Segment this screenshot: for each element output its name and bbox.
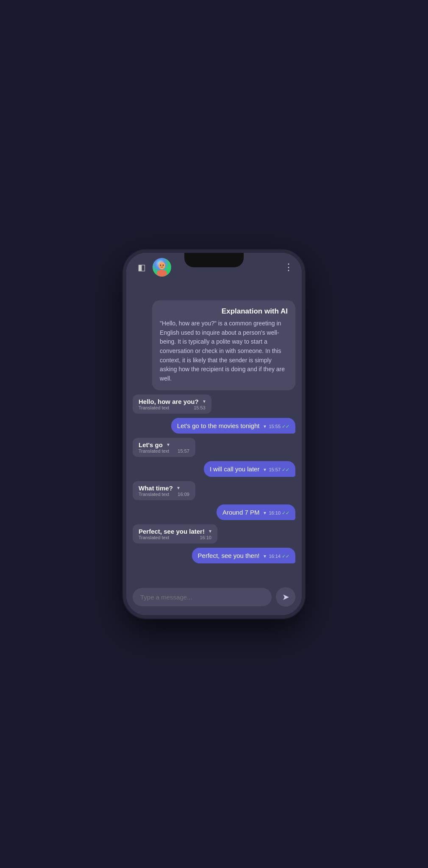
top-spacer (133, 284, 295, 297)
send-button[interactable]: ➤ (276, 587, 295, 607)
bubble-4[interactable]: I will call you later ▾ 15:57 ✓✓ (204, 461, 295, 477)
phone-frame: ◧ (123, 249, 305, 619)
translated-label-7: Translated text (139, 535, 169, 540)
msg-row-7: Perfect, see you later! ▾ Translated tex… (133, 524, 295, 543)
msg8-meta: 16:14 ✓✓ (269, 554, 289, 559)
more-icon[interactable]: ⋮ (284, 262, 293, 273)
chevron-icon-6: ▾ (264, 510, 266, 516)
translated-bubble-5[interactable]: What time? ▾ Translated text 16:09 (133, 481, 195, 500)
msg8-time: 16:14 (269, 554, 281, 559)
svg-point-3 (160, 265, 161, 266)
msg4-time: 15:57 (269, 467, 281, 472)
translated-bubble-7[interactable]: Perfect, see you later! ▾ Translated tex… (133, 524, 217, 543)
msg-row-1: Hello, how are you? ▾ Translated text 15… (133, 395, 295, 414)
chevron-icon-1: ▾ (203, 398, 206, 404)
msg6-check: ✓✓ (282, 510, 289, 516)
msg5-text: What time? (139, 484, 173, 492)
svg-point-2 (157, 270, 167, 277)
translated-bubble-3[interactable]: Let's go ▾ Translated text 15:57 (133, 438, 195, 457)
msg-row-3: Let's go ▾ Translated text 15:57 (133, 438, 295, 457)
msg8-text: Perfect, see you then! (198, 552, 260, 559)
translated-label-5: Translated text (139, 492, 169, 497)
chevron-icon-4: ▾ (264, 467, 266, 473)
msg1-time: 15:53 (194, 405, 206, 410)
msg4-text: I will call you later (210, 465, 260, 473)
msg2-check: ✓✓ (282, 424, 289, 429)
chevron-icon-5: ▾ (177, 485, 180, 491)
msg1-text: Hello, how are you? (139, 398, 199, 405)
translated-label-3: Translated text (139, 448, 169, 454)
msg4-meta: 15:57 ✓✓ (269, 467, 289, 473)
chat-area: Explanation with AI "Hello, how are you?… (126, 280, 302, 582)
msg3-time: 15:57 (178, 448, 189, 454)
input-bar: ➤ (126, 582, 302, 615)
back-icon[interactable]: ◧ (135, 260, 148, 274)
chevron-icon-7: ▾ (209, 528, 211, 534)
msg6-meta: 16:10 ✓✓ (269, 510, 289, 516)
avatar[interactable] (153, 258, 171, 277)
msg-row-2: Let's go to the movies tonight ▾ 15:55 ✓… (133, 418, 295, 434)
translated-bubble-1[interactable]: Hello, how are you? ▾ Translated text 15… (133, 395, 211, 414)
message-input[interactable] (133, 588, 272, 606)
chevron-icon-3: ▾ (167, 442, 170, 448)
msg2-time: 15:55 (269, 424, 281, 429)
msg8-check: ✓✓ (282, 554, 289, 559)
avatar-image (153, 258, 171, 277)
msg2-meta: 15:55 ✓✓ (269, 424, 289, 429)
bubble-8[interactable]: Perfect, see you then! ▾ 16:14 ✓✓ (192, 548, 295, 563)
msg-row-5: What time? ▾ Translated text 16:09 (133, 481, 295, 500)
ai-explanation-bubble: Explanation with AI "Hello, how are you?… (152, 300, 295, 390)
translated-label-1: Translated text (139, 405, 169, 410)
status-bar: ◧ (126, 253, 302, 280)
msg-row-8: Perfect, see you then! ▾ 16:14 ✓✓ (133, 548, 295, 563)
msg6-text: Around 7 PM (222, 509, 260, 516)
msg-row-4: I will call you later ▾ 15:57 ✓✓ (133, 461, 295, 477)
msg5-time: 16:09 (178, 492, 189, 497)
msg-row-6: Around 7 PM ▾ 16:10 ✓✓ (133, 504, 295, 520)
chevron-icon-8: ▾ (264, 553, 266, 559)
notch (184, 253, 244, 267)
msg2-text: Let's go to the movies tonight (177, 422, 260, 429)
bubble-6[interactable]: Around 7 PM ▾ 16:10 ✓✓ (217, 504, 295, 520)
svg-point-1 (158, 262, 165, 269)
status-left: ◧ (135, 258, 171, 277)
ai-explanation-text: "Hello, how are you?" is a common greeti… (160, 319, 288, 384)
msg3-text: Let's go (139, 441, 163, 448)
msg4-check: ✓✓ (282, 467, 289, 473)
msg6-time: 16:10 (269, 510, 281, 515)
chevron-icon-2: ▾ (264, 423, 266, 429)
send-icon: ➤ (282, 592, 289, 602)
ai-explanation-title: Explanation with AI (222, 307, 288, 316)
bubble-2[interactable]: Let's go to the movies tonight ▾ 15:55 ✓… (171, 418, 295, 434)
msg7-time: 16:10 (200, 535, 211, 540)
msg7-text: Perfect, see you later! (139, 528, 205, 535)
svg-point-4 (163, 265, 164, 266)
